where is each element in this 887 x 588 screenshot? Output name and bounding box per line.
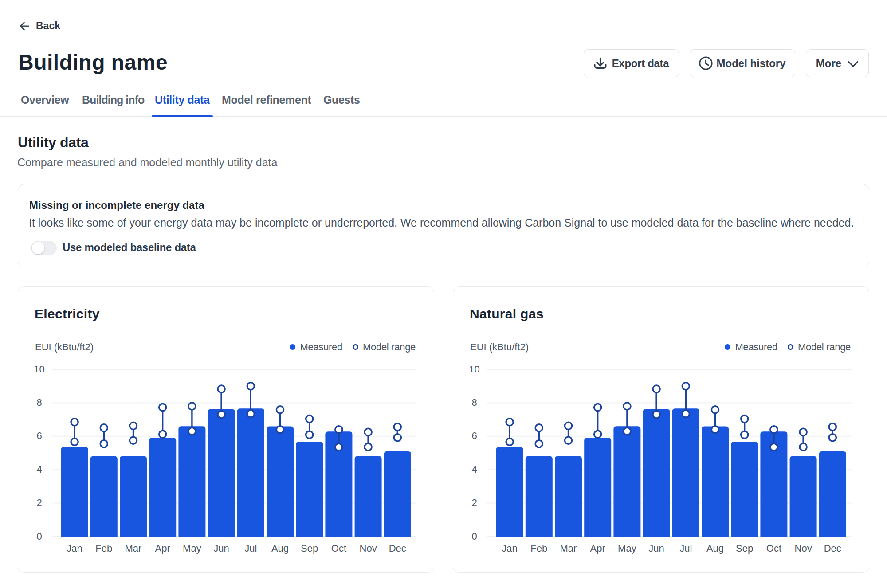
svg-text:Dec: Dec (389, 543, 406, 554)
svg-text:Feb: Feb (95, 543, 112, 554)
svg-text:Dec: Dec (824, 543, 841, 554)
svg-text:Jul: Jul (244, 543, 257, 554)
svg-text:Jun: Jun (648, 543, 664, 554)
svg-text:10: 10 (34, 364, 44, 375)
svg-text:Oct: Oct (766, 543, 781, 554)
svg-text:Apr: Apr (590, 543, 605, 554)
svg-text:Feb: Feb (530, 543, 547, 554)
svg-text:6: 6 (36, 430, 42, 441)
svg-text:4: 4 (471, 464, 477, 475)
svg-text:May: May (183, 543, 201, 554)
svg-text:4: 4 (36, 464, 42, 475)
svg-text:Jan: Jan (67, 543, 82, 554)
svg-text:Jun: Jun (213, 543, 229, 554)
svg-text:Nov: Nov (795, 543, 812, 554)
svg-text:Sep: Sep (301, 543, 318, 554)
svg-text:Mar: Mar (125, 543, 142, 554)
svg-text:6: 6 (471, 430, 477, 441)
svg-text:8: 8 (36, 397, 42, 408)
svg-text:8: 8 (471, 397, 477, 408)
svg-text:Aug: Aug (706, 543, 724, 554)
svg-text:2: 2 (36, 497, 42, 508)
svg-text:Jul: Jul (679, 543, 692, 554)
svg-text:May: May (618, 543, 636, 554)
svg-text:Apr: Apr (155, 543, 170, 554)
svg-text:Aug: Aug (271, 543, 289, 554)
svg-text:2: 2 (471, 497, 477, 508)
svg-text:Oct: Oct (331, 543, 346, 554)
svg-text:Mar: Mar (560, 543, 577, 554)
svg-text:10: 10 (469, 364, 479, 375)
svg-text:0: 0 (36, 531, 42, 542)
svg-text:0: 0 (471, 531, 477, 542)
svg-text:Sep: Sep (736, 543, 753, 554)
svg-text:Jan: Jan (502, 543, 517, 554)
svg-text:Nov: Nov (360, 543, 377, 554)
